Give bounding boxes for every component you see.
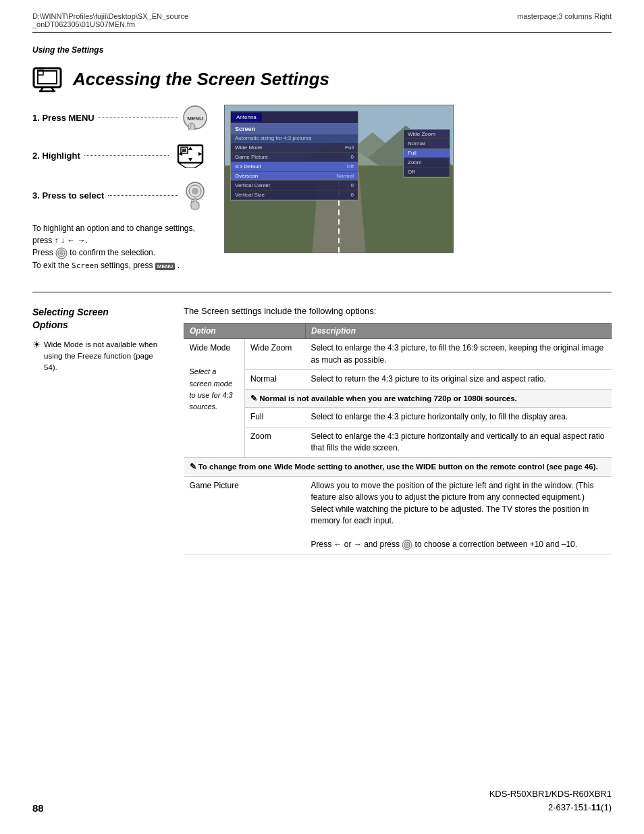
step-2-dots — [84, 155, 169, 156]
options-table: Option Description Wide Mode Select a sc… — [184, 323, 612, 554]
intro-text: The Screen settings include the followin… — [184, 306, 612, 316]
game-picture-desc: Allows you to move the position of the p… — [306, 477, 612, 554]
screen-settings-icon — [32, 64, 62, 94]
table-row-full: Full Select to enlarge the 4:3 picture h… — [184, 408, 612, 427]
menu-item-game-picture: Game Picture 0 — [231, 153, 358, 162]
step-3: 3. Press to select — [32, 180, 208, 210]
page-number: 88 — [32, 802, 44, 814]
wide-zoom-value: Wide Zoom — [245, 339, 306, 370]
page-footer: 88 KDS-R50XBR1/KDS-R60XBR1 2-637-151-11(… — [0, 787, 644, 814]
model-name: KDS-R50XBR1/KDS-R60XBR1 — [489, 787, 612, 801]
submenu-overlay: Wide Zoom Normal Full Zoom Off — [403, 129, 450, 178]
submenu-normal: Normal — [404, 139, 450, 149]
table-header-row: Option Description — [184, 323, 612, 339]
enter-button-inline — [402, 540, 412, 550]
note-line-2: press ↑ ↓ ← →. — [32, 234, 208, 246]
note-cell-2: ✎ To change from one Wide Mode setting t… — [184, 458, 612, 477]
steps-panel: 1. Press MENU MENU 2. Highlight — [32, 105, 208, 278]
header-right: masterpage:3 columns Right — [517, 12, 612, 28]
menu-item-overscan: Overscan Normal — [231, 172, 358, 181]
option-header: Option — [184, 323, 306, 339]
wide-zoom-desc: Select to enlarge the 4:3 picture, to fi… — [306, 339, 612, 370]
zoom-value: Zoom — [245, 427, 306, 458]
menu-overlay: Antenna Screen Automatic sizing for 4:3 … — [230, 111, 358, 201]
selecting-left-panel: Selecting ScreenOptions ☀ Wide Mode is n… — [32, 306, 167, 554]
step-3-label: 3. Press to select — [32, 190, 104, 201]
heading-area: Accessing the Screen Settings — [0, 57, 644, 105]
main-content: 1. Press MENU MENU 2. Highlight — [0, 105, 644, 278]
submenu-wide-zoom: Wide Zoom — [404, 130, 450, 139]
step-2-label: 2. Highlight — [32, 151, 80, 161]
step-1-label: 1. Press MENU — [32, 113, 95, 123]
svg-point-35 — [406, 543, 409, 546]
main-title: Accessing the Screen Settings — [73, 69, 329, 90]
zoom-desc: Select to enlarge the 4:3 picture horizo… — [306, 427, 612, 458]
submenu-zoom: Zoom — [404, 158, 450, 167]
tip-icon: ☀ — [32, 338, 41, 374]
page-wrapper: D:\WINNT\Profiles\fujii\Desktop\SX_EN_so… — [0, 0, 644, 834]
wide-mode-option: Wide Mode Select a screen mode to use fo… — [184, 339, 245, 458]
highlight-icon — [173, 142, 208, 168]
table-row-zoom: Zoom Select to enlarge the 4:3 picture h… — [184, 427, 612, 458]
svg-rect-1 — [38, 71, 57, 84]
step-3-dots — [108, 195, 178, 196]
svg-point-22 — [192, 188, 198, 194]
note-row-2: ✎ To change from one Wide Mode setting t… — [184, 458, 612, 477]
svg-rect-12 — [182, 149, 186, 152]
select-button-icon — [182, 180, 208, 210]
normal-value: Normal — [245, 370, 306, 389]
menu-tab-antenna: Antenna — [231, 113, 262, 122]
menu-button-icon: MENU — [182, 105, 208, 130]
tip-box: ☀ Wide Mode is not available when using … — [32, 339, 167, 374]
model-info: KDS-R50XBR1/KDS-R60XBR1 2-637-151-11(1) — [489, 787, 612, 814]
menu-item-vertical-center: Vertical Center 0 — [231, 181, 358, 190]
svg-text:MENU: MENU — [187, 115, 203, 122]
menu-item-43-default: 4:3 Default Off — [231, 162, 358, 172]
svg-point-25 — [59, 251, 63, 255]
full-value: Full — [245, 408, 306, 427]
page-header: D:\WINNT\Profiles\fujii\Desktop\SX_EN_so… — [0, 0, 644, 32]
note-line-4: To exit the Screen settings, press MENU … — [32, 259, 208, 272]
step-1-dots — [99, 118, 178, 118]
svg-marker-13 — [188, 147, 192, 150]
menu-tab-bar: Antenna — [231, 111, 358, 124]
svg-marker-14 — [188, 158, 192, 161]
svg-marker-16 — [198, 152, 202, 156]
full-desc: Select to enlarge the 4:3 picture horizo… — [306, 408, 612, 427]
tv-screenshot: Antenna Screen Automatic sizing for 4:3 … — [224, 105, 454, 253]
header-left: D:\WINNT\Profiles\fujii\Desktop\SX_EN_so… — [32, 12, 188, 28]
note-cell-1: ✎ Normal is not available when you are w… — [245, 389, 612, 408]
note-line-3: Press to confirm the selection. — [32, 246, 208, 259]
note-line-1: To highlight an option and to change set… — [32, 222, 208, 234]
svg-point-9 — [188, 124, 191, 129]
submenu-off: Off — [404, 167, 450, 177]
selecting-section: Selecting ScreenOptions ☀ Wide Mode is n… — [0, 306, 644, 554]
menu-item-wide-mode: Wide Mode Full — [231, 143, 358, 153]
section-label: Using the Settings — [0, 33, 644, 57]
note-row-1: ✎ Normal is not available when you are w… — [184, 389, 612, 408]
menu-item-vertical-size: Vertical Size 0 — [231, 190, 358, 200]
section-divider — [32, 292, 612, 292]
pencil-icon-1: ✎ — [250, 394, 257, 402]
menu-title: Screen — [231, 124, 358, 134]
submenu-full: Full — [404, 149, 450, 158]
step-1: 1. Press MENU MENU — [32, 105, 208, 130]
table-row-normal: Normal Select to return the 4:3 picture … — [184, 370, 612, 389]
part-number: 2-637-151-11(1) — [489, 801, 612, 814]
table-row-wide-mode: Wide Mode Select a screen mode to use fo… — [184, 339, 612, 370]
table-row-game-picture: Game Picture Allows you to move the posi… — [184, 477, 612, 554]
step-2: 2. Highlight — [32, 142, 208, 168]
pencil-icon-2: ✎ — [190, 463, 196, 471]
menu-subtitle: Automatic sizing for 4:3 pictures — [231, 134, 358, 143]
step-notes: To highlight an option and to change set… — [32, 222, 208, 271]
game-picture-option: Game Picture — [184, 477, 306, 554]
tip-text: Wide Mode is not available when using th… — [44, 339, 167, 374]
selecting-right-panel: The Screen settings include the followin… — [184, 306, 612, 554]
desc-header: Description — [306, 323, 612, 339]
selecting-title: Selecting ScreenOptions — [32, 306, 167, 330]
normal-desc: Select to return the 4:3 picture to its … — [306, 370, 612, 389]
